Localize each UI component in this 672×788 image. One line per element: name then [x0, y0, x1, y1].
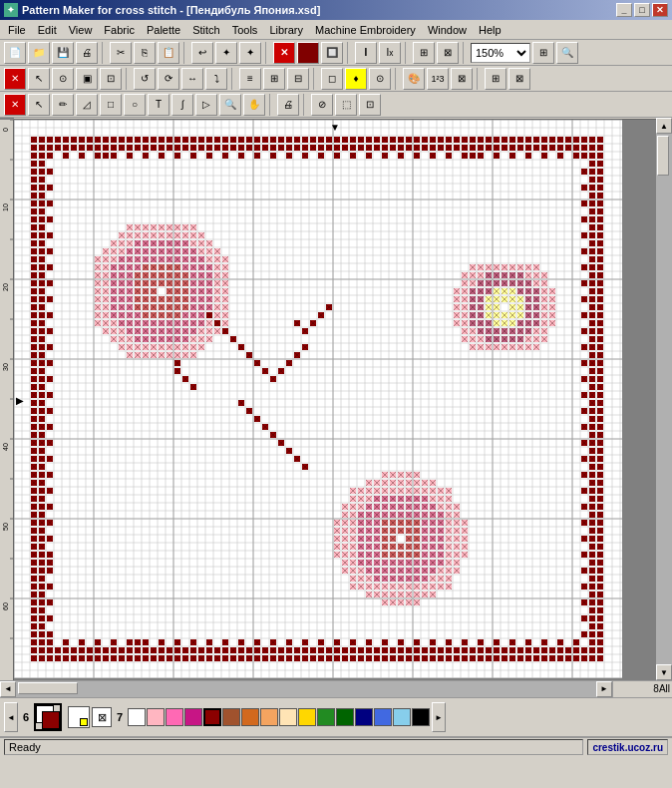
palette-swatch-4[interactable]	[203, 708, 221, 726]
palette-swatch-14[interactable]	[393, 708, 411, 726]
palette-swatch-8[interactable]	[279, 708, 297, 726]
color-tool[interactable]	[34, 703, 62, 731]
tb3-circle-button[interactable]: ○	[124, 94, 146, 116]
menu-stitch[interactable]: Stitch	[186, 22, 226, 38]
tb3-zoom-button[interactable]: 🔍	[219, 94, 241, 116]
tb2-num-button[interactable]: 1²3	[427, 68, 449, 90]
tb2-close-button[interactable]: ✕	[4, 68, 26, 90]
grid1-button[interactable]: ⊞	[413, 42, 435, 64]
undo-button[interactable]: ↩	[191, 42, 213, 64]
palette-swatch-10[interactable]	[317, 708, 335, 726]
tb2-fill-button[interactable]: ♦	[345, 68, 367, 90]
scroll-thumb-v[interactable]	[657, 136, 669, 176]
print-button[interactable]: 🖨	[76, 42, 98, 64]
cut-button[interactable]: ✂	[110, 42, 132, 64]
close-button[interactable]: ✕	[652, 3, 668, 17]
zoom-combo[interactable]: 150% 100% 200% 75% 50%	[471, 43, 530, 63]
save-button[interactable]: 💾	[52, 42, 74, 64]
tb2-eraser-button[interactable]: ◻	[321, 68, 343, 90]
swatch-special-1[interactable]	[68, 706, 90, 728]
tb3-rect2-button[interactable]: □	[100, 94, 122, 116]
palette-scroll-right[interactable]: ►	[432, 702, 446, 732]
tb3-text-button[interactable]: T	[148, 94, 169, 116]
tb2-lasso-button[interactable]: ⊙	[52, 68, 74, 90]
tb2-flip-button[interactable]: ↔	[181, 68, 203, 90]
tb3-print-preview-button[interactable]: 🖨	[277, 94, 299, 116]
palette-swatch-0[interactable]	[128, 708, 146, 726]
menu-view[interactable]: View	[63, 22, 99, 38]
tb2-f3-button[interactable]: ⊟	[287, 68, 309, 90]
bold-button[interactable]: I	[355, 42, 377, 64]
menu-help[interactable]: Help	[473, 22, 507, 38]
tb3-hand-button[interactable]: ✋	[243, 94, 265, 116]
tb2-b1-button[interactable]: ⊡	[100, 68, 122, 90]
palette-swatch-15[interactable]	[412, 708, 430, 726]
swatch-special-2[interactable]: ⊠	[92, 707, 112, 727]
grid2-button[interactable]: ⊠	[437, 42, 459, 64]
copy-button[interactable]: ⎘	[134, 42, 156, 64]
palette-swatch-2[interactable]	[166, 708, 183, 726]
pointer-button[interactable]: ✦	[239, 42, 261, 64]
tb2-grid-button[interactable]: ⊞	[485, 68, 506, 90]
tb2-rot90-button[interactable]: ⤵	[205, 68, 227, 90]
open-button[interactable]: 📁	[28, 42, 50, 64]
tb3-polyline-button[interactable]: ◿	[76, 94, 98, 116]
tb3-pencil-button[interactable]: ✏	[52, 94, 74, 116]
palette-swatch-3[interactable]	[184, 708, 202, 726]
redo-button[interactable]: ✦	[215, 42, 237, 64]
tb3-bezier-button[interactable]: ∫	[171, 94, 193, 116]
maximize-button[interactable]: □	[634, 3, 650, 17]
menu-fabric[interactable]: Fabric	[98, 22, 141, 38]
menu-window[interactable]: Window	[422, 22, 473, 38]
color-pick-button[interactable]: 🔲	[321, 42, 343, 64]
new-button[interactable]: 📄	[4, 42, 26, 64]
tb3-t1-button[interactable]: ⊘	[311, 94, 333, 116]
scroll-right-button[interactable]: ►	[596, 681, 612, 697]
tb2-select-button[interactable]: ↖	[28, 68, 50, 90]
horizontal-scrollbar[interactable]: ◄ ► 8 All	[0, 680, 672, 696]
palette-swatch-6[interactable]	[241, 708, 259, 726]
minimize-button[interactable]: _	[616, 3, 632, 17]
tb3-t2-button[interactable]: ⬚	[335, 94, 357, 116]
palette-swatch-12[interactable]	[355, 708, 373, 726]
scroll-track-h[interactable]	[16, 681, 596, 697]
tb2-mirror-button[interactable]: ⟳	[158, 68, 179, 90]
paste-button[interactable]: 📋	[158, 42, 179, 64]
tb2-eyedrop-button[interactable]: ⊙	[369, 68, 391, 90]
vertical-scrollbar[interactable]: ▲ ▼	[656, 118, 672, 680]
color-fill-button[interactable]	[297, 42, 319, 64]
color-bg[interactable]	[42, 711, 60, 729]
menu-palette[interactable]: Palette	[141, 22, 186, 38]
tb2-thread-button[interactable]: ⊠	[451, 68, 473, 90]
stitch-canvas[interactable]	[14, 120, 622, 678]
tb3-select2-button[interactable]: ▷	[195, 94, 217, 116]
tb2-f1-button[interactable]: ≡	[239, 68, 261, 90]
palette-swatch-11[interactable]	[336, 708, 354, 726]
menu-library[interactable]: Library	[263, 22, 309, 38]
palette-scroll-left[interactable]: ◄	[4, 702, 18, 732]
scroll-up-button[interactable]: ▲	[656, 118, 672, 134]
palette-swatch-9[interactable]	[298, 708, 316, 726]
scroll-down-button[interactable]: ▼	[656, 664, 672, 680]
tb3-t3-button[interactable]: ⊡	[359, 94, 381, 116]
tb2-rect-button[interactable]: ▣	[76, 68, 98, 90]
zoom-actual-button[interactable]: 🔍	[556, 42, 578, 64]
color-x-button[interactable]: ✕	[273, 42, 295, 64]
scroll-thumb-h[interactable]	[18, 682, 78, 694]
zoom-fit-button[interactable]: ⊞	[532, 42, 554, 64]
tb2-rotate-button[interactable]: ↺	[134, 68, 156, 90]
tb3-cursor-button[interactable]: ↖	[28, 94, 50, 116]
scroll-track-v[interactable]	[656, 134, 672, 664]
palette-swatch-1[interactable]	[147, 708, 165, 726]
menu-machine-embroidery[interactable]: Machine Embroidery	[309, 22, 422, 38]
tb3-close-button[interactable]: ✕	[4, 94, 26, 116]
scroll-left-button[interactable]: ◄	[0, 681, 16, 697]
palette-swatch-5[interactable]	[222, 708, 240, 726]
menu-file[interactable]: File	[2, 22, 32, 38]
tb2-f2-button[interactable]: ⊞	[263, 68, 285, 90]
tb2-cross-button[interactable]: ⊠	[508, 68, 530, 90]
italic-button[interactable]: Ix	[379, 42, 401, 64]
tb2-palette-button[interactable]: 🎨	[403, 68, 425, 90]
palette-swatch-13[interactable]	[374, 708, 392, 726]
menu-edit[interactable]: Edit	[32, 22, 63, 38]
